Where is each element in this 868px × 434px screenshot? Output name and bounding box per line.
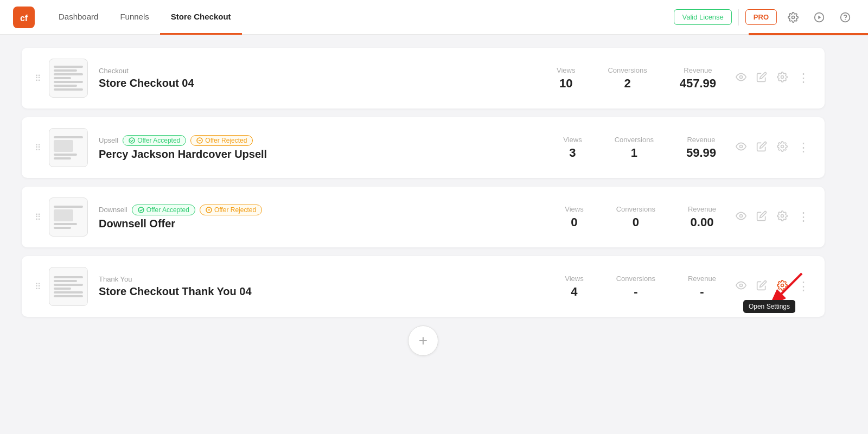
tab-funnels[interactable]: Funnels: [109, 0, 159, 35]
card-upsell: ⠿ Upsell Offer Accepted Offer Rejected: [22, 117, 825, 178]
offer-rejected-badge: Offer Rejected: [200, 205, 262, 215]
settings-icon[interactable]: [775, 139, 790, 157]
card-type-label: Upsell Offer Accepted Offer Rejected: [99, 135, 563, 146]
header: cf Dashboard Funnels Store Checkout Vali…: [0, 0, 868, 35]
view-icon[interactable]: [733, 69, 749, 87]
play-icon: [814, 12, 825, 23]
card-title: Downsell Offer: [99, 218, 565, 230]
settings-icon-button[interactable]: [783, 8, 803, 27]
circle-icon: [196, 137, 203, 144]
app-logo: cf: [13, 7, 35, 28]
svg-point-9: [129, 138, 135, 143]
svg-point-13: [138, 207, 144, 213]
drag-handle[interactable]: ⠿: [35, 282, 40, 292]
svg-point-15: [740, 214, 743, 217]
edit-icon[interactable]: [754, 69, 769, 87]
view-icon[interactable]: [733, 139, 749, 157]
drag-handle[interactable]: ⠿: [35, 73, 40, 84]
play-icon-button[interactable]: [809, 8, 829, 27]
offer-accepted-badge: Offer Accepted: [132, 205, 195, 215]
check-circle-icon: [129, 137, 135, 144]
svg-point-11: [740, 145, 743, 148]
header-right: Valid License PRO: [674, 8, 855, 27]
card-title: Store Checkout 04: [99, 77, 557, 90]
type-text: Downsell: [99, 206, 127, 214]
card-actions: ⋮: [733, 138, 812, 157]
card-checkout: ⠿ Checkout Store Checkout 04 Views 10 Co…: [22, 48, 825, 108]
svg-marker-4: [818, 15, 821, 19]
stat-conversions: Conversions 0: [616, 205, 655, 229]
card-thumbnail: [49, 59, 88, 98]
card-info: Thank You Store Checkout Thank You 04: [99, 275, 565, 298]
nav-tabs: Dashboard Funnels Store Checkout: [48, 0, 242, 34]
card-info: Upsell Offer Accepted Offer Rejected Per…: [99, 135, 563, 161]
card-thumbnail: [49, 267, 88, 306]
drag-handle[interactable]: ⠿: [35, 143, 40, 153]
offer-rejected-badge: Offer Rejected: [190, 135, 253, 146]
svg-point-12: [781, 145, 784, 148]
more-icon[interactable]: ⋮: [795, 69, 812, 87]
card-thank-you: ⠿ Thank You Store Checkout Thank You 04 …: [22, 256, 825, 317]
more-icon[interactable]: ⋮: [795, 138, 812, 157]
tab-store-checkout[interactable]: Store Checkout: [160, 0, 242, 35]
main-content: ⠿ Checkout Store Checkout 04 Views 10 Co…: [0, 35, 846, 369]
divider: [738, 9, 739, 25]
card-type-label: Checkout: [99, 67, 557, 75]
stat-revenue: Revenue 0.00: [688, 205, 716, 229]
stat-views: Views 4: [565, 275, 583, 299]
card-info: Downsell Offer Accepted Offer Rejected D…: [99, 205, 565, 230]
settings-icon-highlighted[interactable]: [775, 280, 790, 295]
svg-text:cf: cf: [20, 14, 28, 23]
add-button-wrapper: +: [22, 326, 825, 356]
view-icon[interactable]: [733, 208, 749, 226]
edit-icon[interactable]: [754, 139, 769, 157]
help-icon-button[interactable]: [835, 8, 855, 27]
svg-point-16: [781, 214, 784, 217]
card-info: Checkout Store Checkout 04: [99, 67, 557, 90]
stat-conversions: Conversions 1: [615, 136, 654, 160]
stat-revenue: Revenue 457.99: [680, 66, 716, 91]
open-settings-tooltip: Open Settings: [743, 300, 795, 313]
card-actions: ⋮: [733, 69, 812, 87]
gear-icon: [788, 12, 799, 23]
circle-icon: [206, 207, 212, 213]
settings-icon[interactable]: [775, 208, 790, 226]
card-type-label: Thank You: [99, 275, 565, 283]
stat-revenue: Revenue 59.99: [686, 136, 716, 160]
more-icon[interactable]: ⋮: [795, 208, 812, 226]
type-text: Upsell: [99, 136, 118, 144]
check-circle-icon: [138, 207, 144, 213]
drag-handle[interactable]: ⠿: [35, 212, 40, 222]
edit-icon[interactable]: [754, 208, 769, 226]
card-thumbnail: [49, 128, 88, 167]
offer-accepted-badge: Offer Accepted: [123, 135, 186, 146]
stat-conversions: Conversions -: [616, 275, 655, 299]
card-downsell: ⠿ Downsell Offer Accepted Offer Rejected: [22, 187, 825, 247]
more-icon[interactable]: ⋮: [795, 277, 812, 296]
settings-icon-container: Open Settings: [775, 280, 790, 293]
question-icon: [840, 12, 851, 23]
card-actions: Open Settings ⋮: [733, 277, 812, 296]
stat-conversions: Conversions 2: [608, 66, 647, 91]
svg-point-2: [792, 16, 795, 18]
settings-icon[interactable]: [775, 69, 790, 87]
card-stats: Views 4 Conversions - Revenue -: [565, 275, 716, 299]
card-stats: Views 10 Conversions 2 Revenue 457.99: [557, 66, 716, 91]
stat-views: Views 10: [557, 66, 575, 91]
valid-license-button[interactable]: Valid License: [674, 9, 731, 25]
view-icon[interactable]: [733, 278, 749, 296]
svg-point-17: [740, 284, 743, 286]
card-stats: Views 0 Conversions 0 Revenue 0.00: [565, 205, 716, 229]
add-step-button[interactable]: +: [408, 326, 438, 356]
pro-button[interactable]: PRO: [745, 9, 777, 25]
orange-accent-bar: [749, 33, 868, 35]
card-actions: ⋮: [733, 208, 812, 226]
svg-point-7: [740, 75, 743, 78]
stat-views: Views 0: [565, 205, 583, 229]
card-title: Percy Jackson Hardcover Upsell: [99, 148, 563, 161]
card-title: Store Checkout Thank You 04: [99, 285, 565, 298]
svg-point-18: [781, 284, 784, 286]
svg-point-8: [781, 75, 784, 78]
tab-dashboard[interactable]: Dashboard: [48, 0, 109, 35]
edit-icon[interactable]: [754, 278, 769, 296]
